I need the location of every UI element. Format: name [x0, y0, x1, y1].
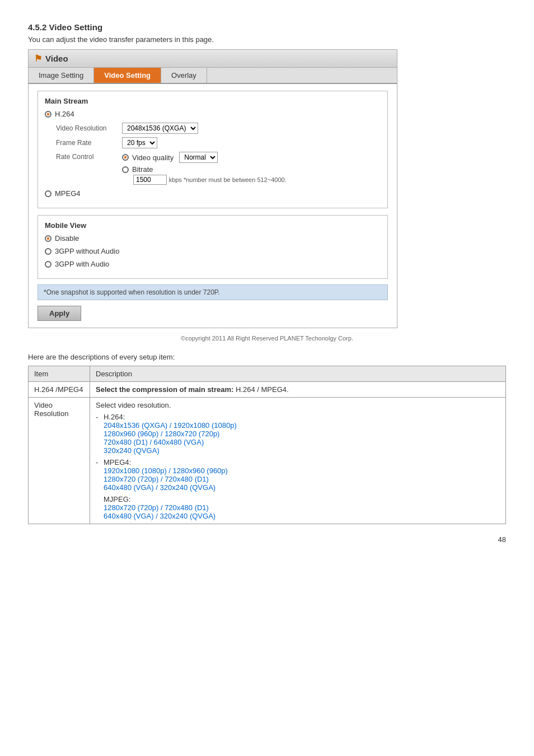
video-quality-option-row: Video quality Normal High Low [122, 152, 287, 163]
frame-rate-row: Frame Rate 20 fps 15 fps 10 fps 5 fps 1 … [56, 137, 381, 148]
rate-control-row: Rate Control Video quality Normal High L… [56, 152, 381, 185]
rate-control-label: Rate Control [56, 152, 118, 161]
video-quality-label: Video quality [132, 153, 174, 162]
h264-res-item-3: 720x480 (D1) / 640x480 (VGA) [104, 438, 237, 446]
3gpp-audio-radio-empty [45, 261, 51, 268]
table-row: VideoResolution Select video resolution.… [29, 398, 506, 524]
disable-label: Disable [55, 234, 79, 242]
mjpeg-block: MJPEG: 1280x720 (720p) / 720x480 (D1) 64… [96, 495, 500, 520]
section-desc: You can adjust the video transfer parame… [28, 35, 506, 44]
video-quality-radio [122, 154, 129, 161]
mjpeg-res-item-2: 640x480 (VGA) / 320x240 (QVGA) [104, 512, 500, 520]
mpeg4-res-item-1: 1920x1080 (1080p) / 1280x960 (960p) [104, 466, 228, 475]
h264-res-item-1: 2048x1536 (QXGA) / 1920x1080 (1080p) [104, 421, 237, 430]
h264-block: - H.264: 2048x1536 (QXGA) / 1920x1080 (1… [96, 413, 500, 455]
mobile-view-title: Mobile View [45, 221, 381, 230]
video-panel: ⚑ Video Image Setting Video Setting Over… [28, 49, 397, 328]
frame-rate-select[interactable]: 20 fps 15 fps 10 fps 5 fps 1 fps [122, 137, 157, 148]
h264-radio-row: H.264 [45, 110, 381, 118]
h264-res-item-4: 320x240 (QVGA) [104, 446, 237, 455]
mjpeg-res-label: MJPEG: [104, 495, 500, 503]
copyright: ©copyright 2011 All Right Reserved PLANE… [28, 335, 506, 342]
item-video-resolution: VideoResolution [29, 398, 90, 524]
bitrate-note: kbps *number must be between 512~4000. [169, 176, 287, 183]
apply-button[interactable]: Apply [38, 306, 81, 321]
tab-overlay[interactable]: Overlay [161, 68, 207, 83]
description-table: Item Description H.264 /MPEG4 Select the… [28, 366, 506, 524]
desc-h264-mpeg4: Select the compression of main stream: H… [90, 382, 506, 398]
3gpp-no-audio-label: 3GPP without Audio [55, 247, 119, 255]
mpeg4-res-item-2: 1280x720 (720p) / 720x480 (D1) [104, 475, 228, 483]
mobile-view-group: Mobile View Disable 3GPP without Audio 3… [38, 215, 388, 279]
video-resolution-row: Video Resolution 2048x1536 (QXGA) 1920x1… [56, 123, 381, 134]
h264-label: H.264 [55, 110, 74, 118]
h264-res-item-2: 1280x960 (960p) / 1280x720 (720p) [104, 430, 237, 438]
rc-options: Video quality Normal High Low Bitrate [122, 152, 287, 185]
desc-rest: H.264 / MPEG4. [233, 385, 288, 394]
bitrate-option-block: Bitrate kbps *number must be between 512… [122, 165, 287, 185]
h264-radio-filled [45, 111, 51, 118]
bitrate-input-row: kbps *number must be between 512~4000. [133, 175, 287, 185]
col-header-desc: Description [90, 366, 506, 382]
h264-res-label: H.264: [104, 413, 237, 421]
bitrate-input[interactable] [133, 175, 167, 185]
desc-intro: Here are the descriptions of every setup… [28, 353, 506, 361]
page-number: 48 [28, 535, 506, 544]
col-header-item: Item [29, 366, 90, 382]
video-icon: ⚑ [34, 53, 42, 64]
video-resolution-value: 2048x1536 (QXGA) 1920x1080 (1080p) 1280x… [122, 123, 198, 134]
frame-rate-label: Frame Rate [56, 139, 118, 147]
mpeg4-res-label: MPEG4: [104, 458, 228, 466]
video-resolution-label: Video Resolution [56, 124, 118, 132]
video-panel-title: Video [45, 54, 68, 63]
bitrate-radio [122, 166, 129, 173]
3gpp-no-audio-radio-empty [45, 248, 51, 255]
mpeg4-label: MPEG4 [55, 189, 81, 198]
tab-image-setting[interactable]: Image Setting [29, 68, 94, 83]
note-bar: *One snapshot is supported when resoluti… [38, 284, 388, 300]
video-quality-select[interactable]: Normal High Low [179, 152, 218, 163]
item-h264-mpeg4: H.264 /MPEG4 [29, 382, 90, 398]
tab-video-setting[interactable]: Video Setting [94, 68, 161, 83]
mjpeg-res-item-1: 1280x720 (720p) / 720x480 (D1) [104, 503, 500, 512]
mpeg4-radio-empty [45, 190, 51, 197]
video-resolution-select[interactable]: 2048x1536 (QXGA) 1920x1080 (1080p) 1280x… [122, 123, 198, 134]
3gpp-audio-radio-row: 3GPP with Audio [45, 260, 381, 268]
main-stream-group: Main Stream H.264 Video Resolution 2048x… [38, 91, 388, 208]
mpeg4-radio-row: MPEG4 [45, 189, 381, 198]
video-panel-header: ⚑ Video [29, 50, 397, 68]
disable-radio-row: Disable [45, 234, 381, 242]
settings-table: Video Resolution 2048x1536 (QXGA) 1920x1… [56, 123, 381, 148]
section-title: 4.5.2 Video Setting [28, 22, 506, 32]
mpeg4-dash: - [96, 458, 100, 466]
panel-content: Main Stream H.264 Video Resolution 2048x… [29, 84, 397, 328]
h264-dash: - [96, 413, 100, 421]
main-stream-title: Main Stream [45, 97, 381, 105]
3gpp-audio-label: 3GPP with Audio [55, 260, 109, 268]
tabs-row: Image Setting Video Setting Overlay [29, 68, 397, 84]
mpeg4-block: - MPEG4: 1920x1080 (1080p) / 1280x960 (9… [96, 458, 500, 492]
disable-radio-filled [45, 235, 51, 242]
desc-bold: Select the compression of main stream: [96, 385, 233, 394]
mpeg4-res-item-3: 640x480 (VGA) / 320x240 (QVGA) [104, 483, 228, 492]
bitrate-label: Bitrate [132, 165, 153, 174]
3gpp-no-audio-radio-row: 3GPP without Audio [45, 247, 381, 255]
frame-rate-value: 20 fps 15 fps 10 fps 5 fps 1 fps [122, 137, 157, 148]
table-row: H.264 /MPEG4 Select the compression of m… [29, 382, 506, 398]
bitrate-radio-row: Bitrate [122, 165, 287, 174]
res-intro: Select video resolution. [96, 401, 500, 409]
desc-video-resolution: Select video resolution. - H.264: 2048x1… [90, 398, 506, 524]
